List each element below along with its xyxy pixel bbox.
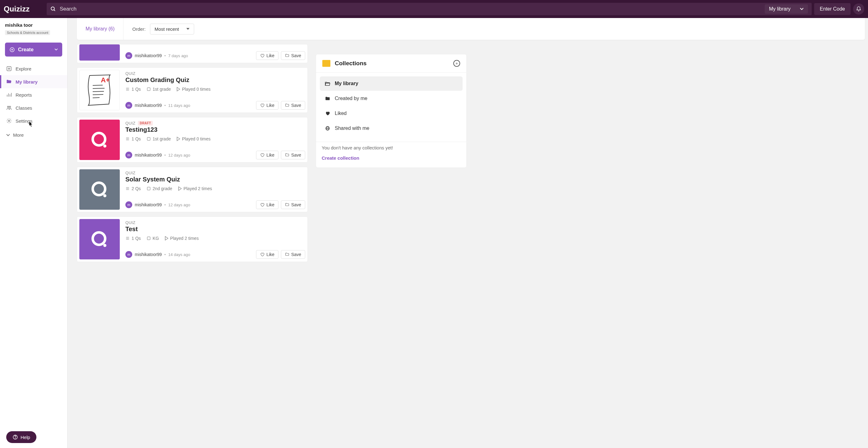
svg-point-39 xyxy=(93,232,105,245)
collections-title: Collections xyxy=(335,60,449,67)
quiz-card[interactable]: A+ QUIZ Custom Grading Quiz 1 Qs xyxy=(77,67,308,113)
collection-label: Shared with me xyxy=(335,126,369,131)
quiz-meta: 1 Qs 1st grade Played 0 times xyxy=(125,136,305,141)
save-button[interactable]: Save xyxy=(281,101,305,110)
collection-item-created-by-me[interactable]: Created by me xyxy=(320,91,463,106)
user-name: mishika toor xyxy=(5,22,62,28)
sidebar-item-label: More xyxy=(13,132,24,138)
heart-icon xyxy=(260,252,265,256)
svg-line-21 xyxy=(93,95,103,95)
save-button[interactable]: Save xyxy=(281,200,305,209)
quizizz-logo[interactable]: Quizizz xyxy=(4,4,44,14)
collections-panel: Collections + My library Created by me xyxy=(316,54,467,168)
like-button[interactable]: Like xyxy=(256,51,278,60)
breadcrumb[interactable]: My library (6) xyxy=(77,18,124,40)
quiz-time: 12 days ago xyxy=(168,153,190,158)
collections-empty-text: You don't have any collections yet! xyxy=(316,142,466,153)
like-button[interactable]: Like xyxy=(256,200,278,209)
sidebar-item-settings[interactable]: Settings xyxy=(0,114,67,127)
list-icon xyxy=(125,186,130,191)
create-button[interactable]: Create xyxy=(5,42,62,57)
quiz-meta: 1 Qs KG Played 2 times xyxy=(125,236,305,241)
help-label: Help xyxy=(21,435,30,440)
list-icon xyxy=(125,236,130,240)
avatar: m xyxy=(125,251,132,258)
quiz-author: mishikatoor99 xyxy=(135,53,162,58)
svg-rect-6 xyxy=(7,67,11,71)
gear-icon xyxy=(6,118,12,124)
svg-point-27 xyxy=(93,133,105,145)
folder-icon xyxy=(325,96,331,101)
folder-icon xyxy=(322,60,331,67)
quiz-list: m mishikatoor99 • 7 days ago Like xyxy=(77,44,308,262)
chevron-down-icon xyxy=(800,8,804,10)
folder-icon xyxy=(285,153,289,157)
collection-label: Liked xyxy=(335,111,347,116)
avatar: m xyxy=(125,151,132,159)
svg-point-34 xyxy=(103,194,106,197)
collection-item-shared-with-me[interactable]: Shared with me xyxy=(320,121,463,135)
search-icon xyxy=(51,6,56,12)
help-button[interactable]: Help xyxy=(6,431,36,443)
order-value: Most recent xyxy=(155,26,179,32)
sidebar-item-explore[interactable]: Explore xyxy=(0,62,67,75)
quiz-author: mishikatoor99 xyxy=(135,103,162,108)
search-bar[interactable]: My library xyxy=(46,3,812,15)
sidebar-item-label: Settings xyxy=(16,118,32,124)
sub-header: My library (6) Order: Most recent xyxy=(77,18,865,40)
like-button[interactable]: Like xyxy=(256,250,278,259)
avatar: m xyxy=(125,201,132,208)
save-button[interactable]: Save xyxy=(281,151,305,160)
folder-icon xyxy=(285,54,289,58)
save-button[interactable]: Save xyxy=(281,51,305,60)
avatar: m xyxy=(125,52,132,59)
list-icon xyxy=(125,137,130,141)
top-header: Quizizz My library Enter Code xyxy=(0,0,868,18)
list-icon xyxy=(125,87,130,91)
folder-icon xyxy=(285,203,289,207)
quiz-card[interactable]: m mishikatoor99 • 7 days ago Like xyxy=(77,44,308,63)
collection-item-my-library[interactable]: My library xyxy=(320,76,463,91)
create-collection-link[interactable]: Create collection xyxy=(316,153,466,168)
enter-code-button[interactable]: Enter Code xyxy=(814,3,850,15)
svg-line-22 xyxy=(93,98,99,98)
svg-text:Quizizz: Quizizz xyxy=(4,5,30,13)
sidebar-item-more[interactable]: More xyxy=(0,129,67,141)
quiz-card[interactable]: QUIZ DRAFT Testing123 1 Qs 1st grade Pla… xyxy=(77,117,308,163)
save-button[interactable]: Save xyxy=(281,250,305,259)
play-icon xyxy=(177,87,180,91)
svg-line-2 xyxy=(54,10,55,11)
order-select[interactable]: Most recent xyxy=(150,24,194,34)
play-icon xyxy=(177,137,180,141)
sidebar-item-classes[interactable]: Classes xyxy=(0,101,67,114)
svg-line-19 xyxy=(93,88,104,89)
quiz-card[interactable]: QUIZ Test 1 Qs KG Played 2 times m mishi… xyxy=(77,216,308,262)
quiz-type: QUIZ xyxy=(125,220,135,225)
sidebar-item-my-library[interactable]: My library xyxy=(0,75,67,88)
notifications-button[interactable] xyxy=(853,3,864,14)
quiz-card[interactable]: QUIZ Solar System Quiz 2 Qs 2nd grade Pl… xyxy=(77,167,308,212)
svg-point-1 xyxy=(51,7,55,10)
order-control: Order: Most recent xyxy=(132,24,194,34)
like-button[interactable]: Like xyxy=(256,101,278,110)
quiz-thumbnail: A+ xyxy=(79,70,120,110)
sidebar-item-label: Reports xyxy=(16,92,32,98)
quiz-time: 14 days ago xyxy=(168,252,190,257)
collection-item-liked[interactable]: Liked xyxy=(320,106,463,120)
like-button[interactable]: Like xyxy=(256,151,278,160)
search-scope-select[interactable]: My library xyxy=(765,4,808,14)
svg-text:A+: A+ xyxy=(101,76,110,84)
quiz-meta: 1 Qs 1st grade Played 0 times xyxy=(125,87,305,92)
quiz-time: 12 days ago xyxy=(168,203,190,207)
quiz-thumbnail xyxy=(79,119,120,160)
collection-label: Created by me xyxy=(335,96,367,101)
people-icon xyxy=(6,105,12,111)
search-input[interactable] xyxy=(60,6,761,12)
add-collection-button[interactable]: + xyxy=(453,60,460,67)
play-icon xyxy=(178,186,182,191)
chevron-down-icon xyxy=(6,134,10,136)
sidebar-item-reports[interactable]: Reports xyxy=(0,88,67,101)
account-type-badge: Schools & Districts account xyxy=(5,30,50,35)
grade-icon xyxy=(147,87,151,91)
svg-rect-32 xyxy=(147,137,150,140)
